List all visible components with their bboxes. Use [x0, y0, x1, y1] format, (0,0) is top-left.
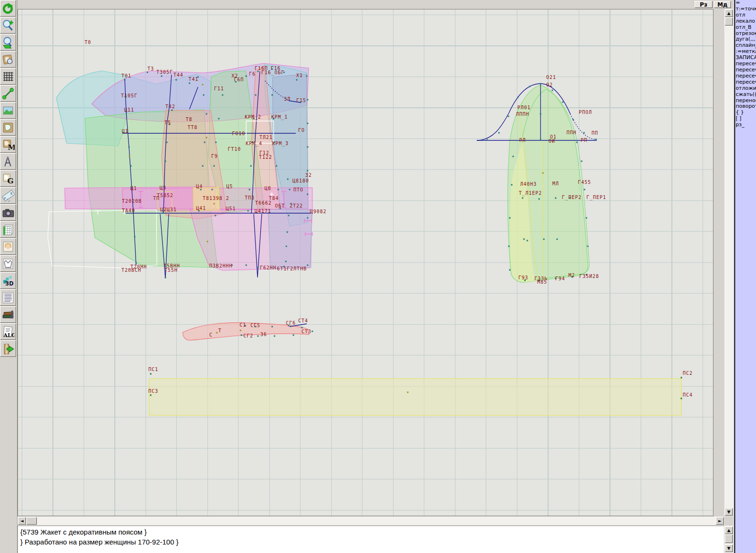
vertex-dot[interactable]: [218, 118, 220, 120]
vertex-dot[interactable]: [216, 332, 218, 334]
toolbar-button-zoom-in[interactable]: [0, 17, 16, 34]
vertex-dot[interactable]: [595, 139, 597, 140]
vertex-dot[interactable]: [130, 165, 132, 167]
toolbar-button-exit[interactable]: [0, 340, 16, 357]
vertex-dot[interactable]: [278, 189, 279, 190]
vertex-dot[interactable]: [206, 113, 207, 115]
vertex-dot[interactable]: [681, 377, 682, 379]
vertex-dot[interactable]: [246, 76, 247, 77]
command-item-1[interactable]: т:=точка: [735, 6, 756, 12]
vertex-dot[interactable]: [307, 170, 309, 172]
scroll-up-icon[interactable]: ▲: [725, 9, 733, 17]
toolbar-button-3d[interactable]: 3D: [0, 272, 16, 289]
toolbar-button-table[interactable]: [0, 221, 16, 238]
vertex-dot[interactable]: [296, 79, 298, 81]
toolbar-button-text-list[interactable]: [0, 289, 16, 306]
vertex-dot[interactable]: [166, 142, 168, 143]
command-item-11[interactable]: пересеч: [735, 67, 756, 73]
toolbar-button-ruler[interactable]: 78: [0, 187, 16, 204]
status-vscroll-thumb[interactable]: [725, 535, 733, 543]
vertex-dot[interactable]: [522, 198, 524, 199]
vertex-dot[interactable]: [189, 83, 190, 84]
vertex-dot[interactable]: [161, 76, 163, 77]
vertex-dot[interactable]: [587, 246, 589, 247]
vertex-dot[interactable]: [165, 161, 166, 162]
vertex-dot[interactable]: [584, 189, 585, 190]
vertex-dot[interactable]: [540, 113, 541, 115]
vertex-dot[interactable]: [312, 331, 313, 332]
vertex-dot[interactable]: [215, 142, 217, 143]
vertex-dot[interactable]: [272, 326, 273, 328]
status-scroll-down-icon[interactable]: ▼: [725, 544, 733, 552]
canvas-hscrollbar[interactable]: ◄ ►: [17, 517, 724, 525]
command-item-20[interactable]: рз_: [735, 122, 756, 128]
vertex-dot[interactable]: [527, 240, 528, 242]
toolbar-button-pattern-g[interactable]: G: [0, 170, 16, 187]
vertex-dot[interactable]: [508, 246, 510, 247]
hscroll-thumb[interactable]: [26, 517, 37, 525]
scroll-right-icon[interactable]: ►: [716, 517, 724, 525]
vertex-dot[interactable]: [129, 147, 130, 148]
command-item-13[interactable]: пересеч: [735, 79, 756, 86]
toolbar-button-piece-lens[interactable]: [0, 51, 16, 68]
vertex-dot[interactable]: [285, 261, 287, 262]
piece-long-belt-yellow[interactable]: [149, 379, 681, 415]
scroll-down-icon[interactable]: ▼: [725, 508, 733, 516]
vertex-dot[interactable]: [307, 123, 309, 124]
vertex-dot[interactable]: [124, 79, 126, 81]
vertex-dot[interactable]: [147, 72, 148, 73]
toolbar-button-camera[interactable]: [0, 204, 16, 221]
vertex-dot[interactable]: [276, 165, 277, 167]
vertex-dot[interactable]: [576, 142, 578, 143]
vertex-dot[interactable]: [407, 392, 409, 393]
vertex-dot[interactable]: [248, 210, 249, 212]
piece-lower-steel[interactable]: [268, 209, 312, 269]
vertex-dot[interactable]: [508, 116, 509, 117]
command-item-4[interactable]: отл_В: [735, 25, 756, 31]
pattern-canvas[interactable]: Т0Т01Т3Т305ГТ44Т41Т105ГЦ11Т42Т5Т8ТТ8Ц1Х2…: [17, 9, 713, 516]
vertex-dot[interactable]: [204, 142, 206, 143]
toolbar-button-segment[interactable]: [0, 85, 16, 102]
vertex-dot[interactable]: [540, 139, 541, 141]
vertex-dot[interactable]: [214, 203, 215, 205]
vertex-dot[interactable]: [562, 102, 564, 103]
vertex-dot[interactable]: [681, 398, 682, 399]
vertex-dot[interactable]: [241, 335, 242, 336]
vertex-dot[interactable]: [214, 165, 215, 167]
canvas-vscrollbar[interactable]: ▲ ▼: [724, 9, 733, 516]
vertex-dot[interactable]: [552, 90, 553, 91]
toolbar-button-alg-document[interactable]: ALG: [0, 323, 16, 340]
vertex-dot[interactable]: [540, 83, 541, 85]
vertex-dot[interactable]: [307, 217, 309, 219]
vscroll-thumb[interactable]: [725, 17, 733, 26]
command-item-0[interactable]: =: [735, 0, 756, 6]
vertex-dot[interactable]: [539, 199, 540, 200]
vertex-dot[interactable]: [517, 97, 519, 98]
toolbar-button-garment-sketch[interactable]: [0, 255, 16, 272]
vertex-dot[interactable]: [249, 189, 250, 190]
status-scroll-up-icon[interactable]: ▲: [725, 527, 733, 534]
vertex-dot[interactable]: [511, 184, 513, 186]
vertex-dot[interactable]: [307, 265, 309, 266]
toolbar-button-books[interactable]: [0, 306, 16, 323]
vertex-dot[interactable]: [287, 179, 289, 180]
vertex-dot[interactable]: [165, 277, 166, 278]
scroll-left-icon[interactable]: ◄: [18, 517, 26, 525]
vertex-dot[interactable]: [509, 217, 511, 219]
vertex-dot[interactable]: [529, 86, 531, 87]
command-list-panel[interactable]: =т:=точкаотллекалоотл_Вотрезок(дуга(,,,)…: [734, 0, 756, 553]
vertex-dot[interactable]: [274, 336, 275, 337]
vertex-dot[interactable]: [163, 213, 164, 214]
vertex-dot[interactable]: [586, 217, 587, 219]
vertex-dot[interactable]: [206, 137, 207, 138]
vertex-dot[interactable]: [543, 239, 545, 240]
vertex-dot[interactable]: [307, 194, 309, 195]
vertex-dot[interactable]: [202, 165, 204, 167]
vertex-dot[interactable]: [287, 232, 288, 233]
toolbar-button-pattern-m[interactable]: M: [0, 136, 16, 153]
vertex-dot[interactable]: [272, 95, 273, 96]
vertex-dot[interactable]: [513, 156, 514, 157]
vertex-dot[interactable]: [207, 241, 208, 242]
toolbar-button-image[interactable]: [0, 102, 16, 119]
vertex-dot[interactable]: [258, 336, 259, 337]
